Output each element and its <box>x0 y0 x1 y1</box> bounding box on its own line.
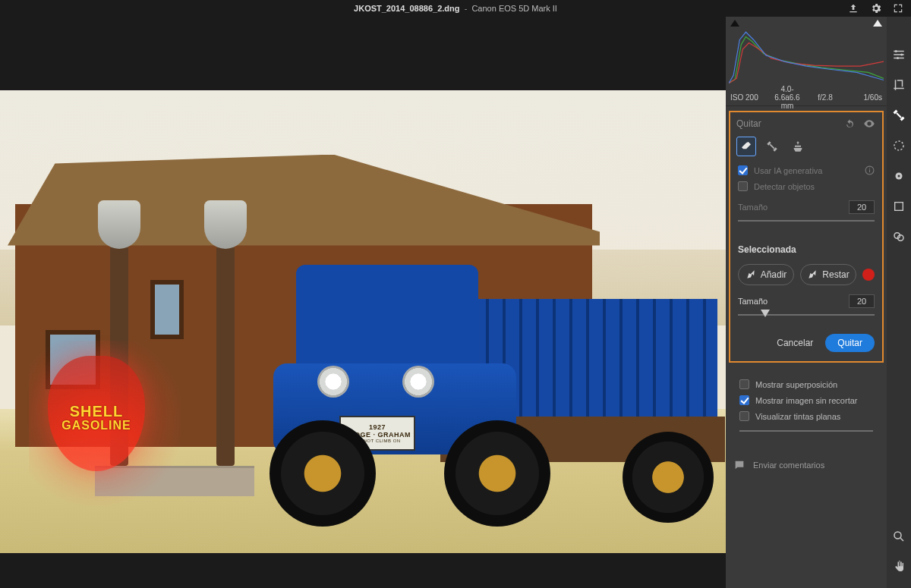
apply-remove-button[interactable]: Quitar <box>825 334 875 352</box>
edit-sliders-icon[interactable] <box>891 47 906 62</box>
visibility-eye-icon[interactable] <box>862 117 876 130</box>
tool-rail <box>887 17 911 588</box>
wheel <box>444 420 550 527</box>
color-mix-icon[interactable] <box>891 229 906 244</box>
svg-point-12 <box>894 532 901 539</box>
svg-rect-1 <box>894 51 904 52</box>
clone-stamp-icon[interactable] <box>788 137 808 156</box>
export-icon[interactable] <box>847 2 859 14</box>
send-feedback-link[interactable]: Enviar comentarios <box>726 451 887 471</box>
selection-section-title: Seleccionada <box>730 232 882 261</box>
hand-pan-icon[interactable] <box>891 559 906 574</box>
use-generative-ai-checkbox[interactable]: Usar IA generativa <box>730 162 882 178</box>
redeye-icon[interactable] <box>891 168 906 184</box>
presets-icon[interactable] <box>891 199 906 214</box>
gear-icon[interactable] <box>870 2 882 14</box>
camera-model: Canon EOS 5D Mark II <box>471 4 557 13</box>
svg-rect-15 <box>869 168 870 168</box>
remove-panel-highlighted: Quitar Usar IA generativa Detectar objet… <box>729 111 884 363</box>
view-options: Mostrar superposición Mostrar imagen sin… <box>726 367 887 451</box>
selection-size-slider[interactable] <box>738 310 875 320</box>
fullscreen-icon[interactable] <box>893 3 903 14</box>
svg-rect-3 <box>894 54 904 55</box>
cancel-button[interactable]: Cancelar <box>771 334 819 352</box>
filename: JKOST_2014_08886_2.dng <box>354 4 459 13</box>
crop-icon[interactable] <box>891 77 906 93</box>
info-icon[interactable] <box>865 165 875 175</box>
flat-inks-slider[interactable] <box>739 426 873 436</box>
reset-icon[interactable] <box>843 117 856 130</box>
detect-objects-checkbox[interactable]: Detectar objetos <box>730 178 882 194</box>
remove-panel-title: Quitar <box>736 118 837 129</box>
zoom-icon[interactable] <box>891 529 906 544</box>
exif-iso: ISO 200 <box>730 93 768 102</box>
svg-rect-5 <box>894 58 904 59</box>
remove-size-value[interactable]: 20 <box>849 200 875 214</box>
histogram[interactable]: ISO 200 4.0-6.6a6.6 mm f/2.8 1/60s <box>726 17 887 106</box>
subtract-from-selection-button[interactable]: Restar <box>800 264 856 285</box>
exif-aperture: f/2.8 <box>806 93 844 102</box>
visualize-flat-inks-checkbox[interactable]: Visualizar tintas planas <box>732 408 881 424</box>
svg-rect-9 <box>895 203 903 211</box>
exif-focal: 4.0-6.6a6.6 mm <box>768 85 806 110</box>
svg-point-6 <box>894 141 903 150</box>
photo-canvas[interactable]: SHELL GASOLINE 1927 DODGE · GRAHAM DO NO… <box>0 90 726 553</box>
show-overlay-checkbox[interactable]: Mostrar superposición <box>732 376 881 392</box>
eraser-tool-icon[interactable] <box>736 137 756 156</box>
add-to-selection-button[interactable]: Añadir <box>738 264 794 285</box>
shell-sign-selection-overlay: SHELL GASOLINE <box>48 356 145 471</box>
exif-strip: ISO 200 4.0-6.6a6.6 mm f/2.8 1/60s <box>726 89 887 105</box>
wheel <box>623 432 714 523</box>
remove-tool-modes <box>730 135 882 162</box>
wheel <box>270 420 376 527</box>
document-title: JKOST_2014_08886_2.dng - Canon EOS 5D Ma… <box>354 4 557 13</box>
remove-size-slider[interactable] <box>738 215 875 226</box>
side-panel: ISO 200 4.0-6.6a6.6 mm f/2.8 1/60s Quita… <box>726 17 887 588</box>
gas-pump <box>216 246 235 466</box>
mask-icon[interactable] <box>891 138 906 153</box>
window-actions <box>847 0 903 17</box>
heal-remove-icon[interactable] <box>891 108 906 123</box>
exif-shutter: 1/60s <box>844 93 882 102</box>
selection-size-value[interactable]: 20 <box>849 294 875 308</box>
show-uncropped-checkbox[interactable]: Mostrar imagen sin recortar <box>732 392 881 408</box>
selection-size-label: Tamaño <box>738 297 768 306</box>
svg-point-8 <box>898 175 900 178</box>
overlay-color-swatch[interactable] <box>862 269 875 281</box>
canvas-area[interactable]: SHELL GASOLINE 1927 DODGE · GRAHAM DO NO… <box>0 17 726 588</box>
heal-brush-icon[interactable] <box>762 137 782 156</box>
title-bar: JKOST_2014_08886_2.dng - Canon EOS 5D Ma… <box>0 0 911 17</box>
remove-size-label: Tamaño <box>738 203 768 212</box>
svg-rect-14 <box>869 169 870 172</box>
